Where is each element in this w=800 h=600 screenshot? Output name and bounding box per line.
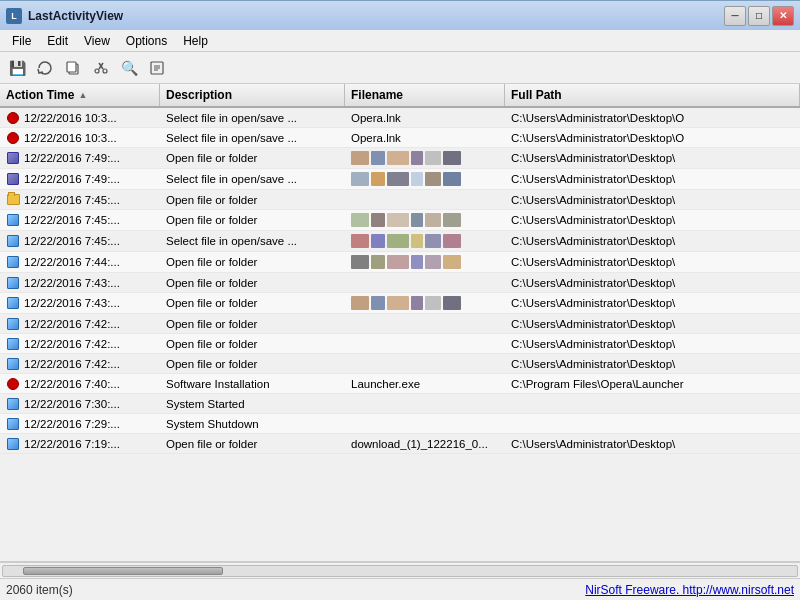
refresh-button[interactable] [32, 55, 58, 81]
col-header-description[interactable]: Description [160, 84, 345, 106]
toolbar: 💾 🔍 [0, 52, 800, 84]
table-row[interactable]: 12/22/2016 10:3... Select file in open/s… [0, 128, 800, 148]
table-row[interactable]: 12/22/2016 7:44:... Open file or folder … [0, 252, 800, 273]
cell-description: Open file or folder [160, 436, 345, 452]
action-time-text: 12/22/2016 7:44:... [24, 256, 120, 268]
action-time-text: 12/22/2016 7:49:... [24, 173, 120, 185]
table-row[interactable]: 12/22/2016 7:42:... Open file or folder … [0, 334, 800, 354]
cell-action-time: 12/22/2016 7:45:... [0, 211, 160, 229]
thumb-block [411, 234, 423, 248]
cell-action-time: 12/22/2016 7:42:... [0, 315, 160, 333]
table-row[interactable]: 12/22/2016 7:42:... Open file or folder … [0, 354, 800, 374]
image-icon [6, 234, 20, 248]
cell-description: Select file in open/save ... [160, 130, 345, 146]
cell-filename [345, 198, 505, 202]
menu-view[interactable]: View [76, 32, 118, 50]
thumb-block [411, 172, 423, 186]
cell-filename: Opera.lnk [345, 130, 505, 146]
cell-filename-text: Launcher.exe [351, 378, 420, 390]
description-text: Open file or folder [166, 358, 257, 370]
col-header-full-path[interactable]: Full Path [505, 84, 800, 106]
horizontal-scrollbar[interactable] [0, 562, 800, 578]
table-container: Action Time ▲ Description Filename Full … [0, 84, 800, 562]
table-row[interactable]: 12/22/2016 7:40:... Software Installatio… [0, 374, 800, 394]
close-button[interactable]: ✕ [772, 6, 794, 26]
cell-filename [345, 210, 505, 230]
cell-action-time: 12/22/2016 7:43:... [0, 294, 160, 312]
path-text: C:\Users\Administrator\Desktop\ [511, 214, 675, 226]
find-button[interactable]: 🔍 [116, 55, 142, 81]
thumb-block [443, 151, 461, 165]
window-title: LastActivityView [28, 9, 123, 23]
svg-point-5 [103, 69, 107, 73]
maximize-button[interactable]: □ [748, 6, 770, 26]
table-row[interactable]: 12/22/2016 7:43:... Open file or folder … [0, 293, 800, 314]
cell-description: Open file or folder [160, 295, 345, 311]
action-time-text: 12/22/2016 7:29:... [24, 418, 120, 430]
properties-button[interactable] [144, 55, 170, 81]
thumb-block [443, 296, 461, 310]
cell-filename: Launcher.exe [345, 376, 505, 392]
title-bar-left: L LastActivityView [6, 8, 123, 24]
cell-action-time: 12/22/2016 7:42:... [0, 355, 160, 373]
menu-options[interactable]: Options [118, 32, 175, 50]
col-header-action-time[interactable]: Action Time ▲ [0, 84, 160, 106]
cell-description: Software Installation [160, 376, 345, 392]
cell-full-path: C:\Users\Administrator\Desktop\ [505, 356, 800, 372]
path-text: C:\Users\Administrator\Desktop\ [511, 235, 675, 247]
cell-description: Select file in open/save ... [160, 171, 345, 187]
cell-action-time: 12/22/2016 7:43:... [0, 274, 160, 292]
thumb-block [387, 213, 409, 227]
path-text: C:\Users\Administrator\Desktop\ [511, 338, 675, 350]
cell-filename [345, 148, 505, 168]
description-text: Select file in open/save ... [166, 132, 297, 144]
cell-full-path: C:\Users\Administrator\Desktop\ [505, 436, 800, 452]
table-row[interactable]: 12/22/2016 7:30:... System Started [0, 394, 800, 414]
table-row[interactable]: 12/22/2016 7:42:... Open file or folder … [0, 314, 800, 334]
red-circle-icon [6, 131, 20, 145]
thumb-block [443, 255, 461, 269]
cell-full-path: C:\Users\Administrator\Desktop\ [505, 171, 800, 187]
thumb-block [387, 172, 409, 186]
cell-full-path: C:\Users\Administrator\Desktop\ [505, 150, 800, 166]
path-text: C:\Users\Administrator\Desktop\ [511, 173, 675, 185]
table-row[interactable]: 12/22/2016 10:3... Select file in open/s… [0, 108, 800, 128]
thumb-block [351, 213, 369, 227]
table-row[interactable]: 12/22/2016 7:49:... Select file in open/… [0, 169, 800, 190]
cell-filename [345, 322, 505, 326]
h-scroll-thumb[interactable] [23, 567, 223, 575]
svg-rect-1 [67, 62, 76, 72]
thumb-block [443, 234, 461, 248]
save-button[interactable]: 💾 [4, 55, 30, 81]
cell-filename [345, 231, 505, 251]
thumbnail [351, 254, 471, 270]
cell-filename: download_(1)_122216_0... [345, 436, 505, 452]
action-time-text: 12/22/2016 7:49:... [24, 152, 120, 164]
nirsoft-link[interactable]: NirSoft Freeware. http://www.nirsoft.net [585, 583, 794, 597]
action-time-text: 12/22/2016 7:45:... [24, 235, 120, 247]
table-row[interactable]: 12/22/2016 7:49:... Open file or folder … [0, 148, 800, 169]
cell-full-path: C:\Users\Administrator\Desktop\ [505, 233, 800, 249]
col-header-filename[interactable]: Filename [345, 84, 505, 106]
table-row[interactable]: 12/22/2016 7:45:... Select file in open/… [0, 231, 800, 252]
table-row[interactable]: 12/22/2016 7:45:... Open file or folder … [0, 210, 800, 231]
table-row[interactable]: 12/22/2016 7:45:... Open file or folder … [0, 190, 800, 210]
description-text: Open file or folder [166, 152, 257, 164]
menu-help[interactable]: Help [175, 32, 216, 50]
table-row[interactable]: 12/22/2016 7:19:... Open file or folder … [0, 434, 800, 454]
minimize-button[interactable]: ─ [724, 6, 746, 26]
menu-file[interactable]: File [4, 32, 39, 50]
cut-button[interactable] [88, 55, 114, 81]
h-scroll-track[interactable] [2, 565, 798, 577]
image-icon [6, 397, 20, 411]
thumb-block [411, 151, 423, 165]
thumb-block [351, 172, 369, 186]
table-row[interactable]: 12/22/2016 7:43:... Open file or folder … [0, 273, 800, 293]
menu-edit[interactable]: Edit [39, 32, 76, 50]
copy-button[interactable] [60, 55, 86, 81]
action-time-text: 12/22/2016 7:45:... [24, 194, 120, 206]
table-row[interactable]: 12/22/2016 7:29:... System Shutdown [0, 414, 800, 434]
col-header-action-time-label: Action Time [6, 88, 74, 102]
main-content: Action Time ▲ Description Filename Full … [0, 84, 800, 578]
cell-filename-text: Opera.lnk [351, 132, 401, 144]
